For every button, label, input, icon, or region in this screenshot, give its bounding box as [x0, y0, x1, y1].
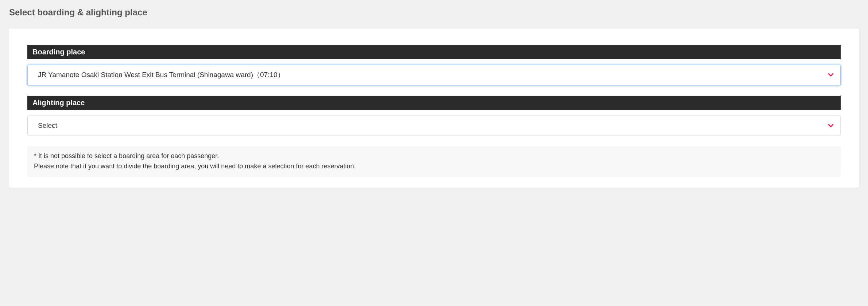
- alighting-place-select[interactable]: Select: [27, 115, 841, 136]
- alighting-section-header: Alighting place: [27, 96, 841, 110]
- alighting-select-wrapper: Select: [27, 115, 841, 136]
- page-title: Select boarding & alighting place: [9, 7, 859, 18]
- form-card: Boarding place JR Yamanote Osaki Station…: [9, 28, 859, 188]
- alighting-selected-value: Select: [38, 122, 57, 129]
- boarding-select-wrapper: JR Yamanote Osaki Station West Exit Bus …: [27, 65, 841, 85]
- boarding-place-select[interactable]: JR Yamanote Osaki Station West Exit Bus …: [27, 65, 841, 85]
- note-line-2: Please note that if you want to divide t…: [34, 161, 834, 172]
- boarding-selected-value: JR Yamanote Osaki Station West Exit Bus …: [38, 71, 284, 79]
- note-line-1: * It is not possible to select a boardin…: [34, 151, 834, 161]
- note-box: * It is not possible to select a boardin…: [27, 146, 841, 177]
- boarding-section-header: Boarding place: [27, 45, 841, 59]
